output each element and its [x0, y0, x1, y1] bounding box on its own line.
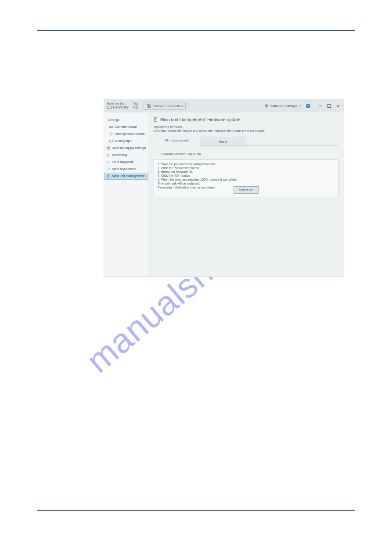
tab-firmware-update[interactable]: Firmware update	[154, 137, 200, 146]
window-body: Settings Communication Time synchronizat…	[104, 112, 344, 276]
sidebar-item-main-unit-management[interactable]: Main unit management	[104, 173, 148, 180]
sidebar-item-input-adjustment[interactable]: Input adjustment	[104, 166, 148, 173]
sidebar-item-analog-input[interactable]: Analog input	[104, 138, 148, 145]
svg-rect-1	[149, 105, 151, 105]
page-top-rule	[37, 30, 355, 31]
svg-rect-0	[147, 104, 148, 108]
adjust-icon	[107, 167, 110, 171]
svg-rect-19	[155, 117, 157, 122]
device-icon	[154, 117, 158, 122]
select-file-button[interactable]: Select file	[234, 186, 259, 194]
clock-icon	[109, 132, 113, 136]
svg-line-15	[109, 156, 110, 156]
sidebar-item-label: Save and apply settings	[112, 146, 146, 149]
gear-icon	[264, 104, 269, 108]
sidebar: Settings Communication Time synchronizat…	[104, 112, 148, 276]
device-icon	[107, 174, 110, 178]
app-window: Serial number : EUT-FW-09 Tag : VZ Chang…	[104, 99, 344, 276]
help-icon[interactable]: ?	[306, 104, 310, 108]
chevron-down-icon	[298, 104, 302, 108]
sidebar-item-label: Main unit management	[112, 174, 144, 178]
instruction-box: 1. Save the parameter to configuration f…	[154, 160, 338, 197]
sidebar-item-label: Input adjustment	[112, 167, 136, 170]
sidebar-item-time-sync[interactable]: Time synchronization	[104, 131, 148, 138]
page-title: Main unit management: Firmware update	[154, 117, 338, 122]
instruction-steps: 1. Save the parameter to configuration f…	[158, 163, 334, 190]
software-settings-label: Software settings	[270, 104, 297, 108]
communication-icon	[109, 125, 113, 129]
tab-reset[interactable]: Reset	[200, 137, 246, 146]
titlebar: Serial number : EUT-FW-09 Tag : VZ Chang…	[104, 99, 344, 112]
main-panel: Main unit management: Firmware update Up…	[148, 112, 344, 276]
sidebar-item-monitoring[interactable]: Monitoring	[104, 152, 148, 159]
firmware-version-text: Firmware version : R0.99.60	[154, 146, 338, 160]
sidebar-item-label: Analog input	[115, 139, 133, 142]
page-title-text: Main unit management: Firmware update	[160, 117, 240, 122]
software-settings-button[interactable]: Software settings	[264, 104, 302, 108]
close-button[interactable]	[335, 103, 341, 109]
sidebar-item-label: Fault diagnosis	[112, 160, 133, 163]
sidebar-item-communication[interactable]: Communication	[104, 123, 148, 131]
sidebar-item-label: Monitoring	[112, 153, 127, 156]
page-description-1: Update the firmware.	[154, 125, 338, 129]
minimize-button[interactable]	[317, 103, 324, 109]
svg-point-4	[266, 105, 266, 106]
serial-number-value: EUT-FW-09	[107, 105, 129, 109]
serial-number-block: Serial number : EUT-FW-09	[107, 102, 129, 109]
svg-rect-2	[149, 106, 151, 107]
sidebar-item-fault-diagnosis[interactable]: Fault diagnosis	[104, 159, 148, 166]
stethoscope-icon	[107, 160, 110, 164]
page-description-2: Click the "Select file" button and selec…	[154, 129, 338, 133]
connection-icon	[147, 104, 151, 108]
sidebar-heading: Settings	[104, 116, 148, 123]
svg-rect-6	[328, 105, 331, 108]
maximize-button[interactable]	[326, 103, 332, 109]
change-connection-button[interactable]: Change connection	[144, 102, 186, 110]
change-connection-label: Change connection	[152, 104, 183, 108]
tag-block: Tag : VZ	[133, 102, 139, 109]
save-icon	[107, 146, 110, 150]
tab-bar: Firmware update Reset	[154, 137, 338, 146]
sidebar-item-label: Communication	[115, 125, 137, 128]
svg-rect-9	[110, 126, 112, 127]
page-bottom-rule	[37, 510, 355, 511]
tag-value: VZ	[133, 105, 139, 109]
sidebar-item-save-apply[interactable]: Save and apply settings	[104, 145, 148, 152]
analog-input-icon	[109, 139, 113, 143]
svg-rect-13	[108, 147, 109, 148]
svg-point-14	[107, 154, 109, 156]
magnifier-icon	[107, 153, 110, 157]
sidebar-item-label: Time synchronization	[115, 132, 145, 135]
